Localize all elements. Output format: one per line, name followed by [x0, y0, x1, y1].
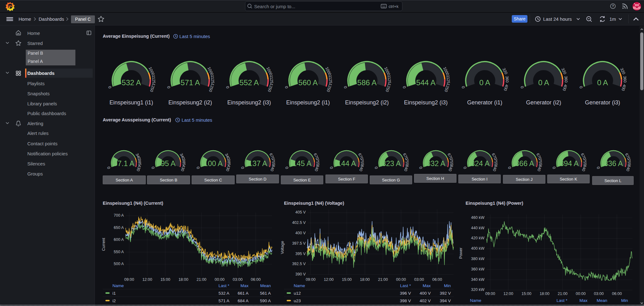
svg-text:402.5 V: 402.5 V — [292, 220, 306, 225]
svg-text:0: 0 — [343, 86, 348, 89]
svg-text:06:00: 06:00 — [251, 277, 260, 282]
svg-text:571 A: 571 A — [218, 298, 229, 303]
svg-text:661 A: 661 A — [237, 291, 248, 296]
svg-text:1125: 1125 — [387, 75, 392, 84]
svg-text:Generator (i3): Generator (i3) — [585, 99, 620, 106]
svg-text:360: 360 — [622, 76, 627, 83]
svg-text:Einspeisung2 (i2): Einspeisung2 (i2) — [168, 99, 212, 106]
svg-text:144 A: 144 A — [337, 159, 356, 168]
svg-text:360: 360 — [505, 76, 509, 83]
svg-text:0: 0 — [402, 86, 407, 89]
svg-text:06:00: 06:00 — [432, 277, 442, 282]
svg-text:0 A: 0 A — [538, 78, 549, 87]
svg-text:1125: 1125 — [446, 75, 451, 84]
svg-text:0: 0 — [461, 86, 466, 89]
svg-text:390 V: 390 V — [295, 272, 306, 276]
svg-text:18:00: 18:00 — [360, 277, 370, 282]
svg-text:00:00: 00:00 — [576, 292, 586, 296]
svg-text:?: ? — [612, 4, 614, 8]
svg-text:18:00: 18:00 — [178, 277, 188, 282]
svg-text:12:00: 12:00 — [503, 292, 513, 296]
svg-text:532 A: 532 A — [218, 291, 229, 296]
svg-text:i2: i2 — [112, 298, 116, 303]
svg-text:Name: Name — [112, 283, 124, 288]
svg-text:0: 0 — [579, 86, 583, 89]
svg-text:Generator (i2): Generator (i2) — [526, 99, 561, 106]
svg-text:586 A: 586 A — [357, 78, 376, 87]
svg-text:Generator (i1): Generator (i1) — [467, 99, 502, 106]
svg-text:Mean: Mean — [597, 298, 607, 303]
svg-text:0: 0 — [463, 166, 467, 170]
svg-text:Name: Name — [294, 283, 305, 288]
svg-text:0: 0 — [106, 166, 111, 170]
svg-text:0: 0 — [196, 166, 200, 170]
svg-text:0: 0 — [107, 86, 112, 89]
svg-text:0: 0 — [552, 166, 556, 170]
svg-text:400 V: 400 V — [295, 231, 306, 235]
svg-text:12:00: 12:00 — [142, 277, 152, 282]
svg-text:560 A: 560 A — [298, 78, 318, 87]
svg-text:684 A: 684 A — [237, 298, 248, 303]
svg-text:0: 0 — [240, 166, 245, 170]
svg-text:Einspeisung2 (i3): Einspeisung2 (i3) — [227, 99, 271, 106]
svg-text:0: 0 — [596, 166, 601, 170]
svg-text:0: 0 — [520, 86, 525, 89]
svg-text:00:00: 00:00 — [215, 277, 224, 282]
svg-text:09:00: 09:00 — [124, 277, 134, 282]
svg-text:09:00: 09:00 — [306, 277, 315, 282]
svg-text:Current: Current — [101, 238, 106, 251]
svg-text:394 V: 394 V — [440, 298, 451, 303]
svg-text:Einspeisung1 (i1): Einspeisung1 (i1) — [109, 99, 153, 106]
svg-text:396 V: 396 V — [400, 291, 411, 296]
svg-text:u12: u12 — [294, 291, 301, 296]
svg-text:392.5 V: 392.5 V — [292, 262, 306, 266]
svg-text:Mean: Mean — [260, 283, 271, 288]
svg-text:420 kW: 420 kW — [471, 236, 485, 240]
svg-text:21:00: 21:00 — [558, 292, 567, 296]
svg-text:320 kW: 320 kW — [471, 287, 485, 292]
svg-text:137 A: 137 A — [248, 159, 267, 168]
svg-text:0: 0 — [284, 86, 289, 89]
svg-text:Max: Max — [423, 283, 431, 288]
svg-text:Einspeisung2 (i3): Einspeisung2 (i3) — [404, 99, 448, 106]
svg-text:0: 0 — [225, 86, 230, 89]
svg-text:395 V: 395 V — [295, 252, 306, 256]
svg-text:u23: u23 — [294, 298, 301, 303]
svg-text:0: 0 — [151, 166, 156, 170]
svg-text:0 A: 0 A — [479, 78, 490, 87]
svg-text:18:00: 18:00 — [540, 292, 549, 296]
svg-text:95 A: 95 A — [161, 159, 176, 168]
svg-text:00:00: 00:00 — [396, 277, 406, 282]
svg-text:Min: Min — [444, 283, 451, 288]
svg-text:550 A: 550 A — [114, 250, 124, 254]
svg-text:402 V: 402 V — [420, 298, 431, 303]
svg-text:Max: Max — [579, 298, 587, 303]
svg-text:1125: 1125 — [210, 75, 215, 84]
svg-text:360: 360 — [564, 76, 568, 83]
svg-text:Last *: Last * — [218, 283, 229, 288]
svg-text:09:00: 09:00 — [485, 292, 495, 296]
svg-text:03:00: 03:00 — [414, 277, 424, 282]
svg-text:380 kW: 380 kW — [471, 257, 485, 261]
svg-text:400 kW: 400 kW — [471, 246, 485, 251]
svg-text:532 A: 532 A — [122, 78, 141, 87]
svg-text:0: 0 — [166, 86, 171, 89]
svg-text:0 A: 0 A — [597, 78, 608, 87]
svg-text:145 A: 145 A — [292, 159, 311, 168]
svg-text:398 V: 398 V — [400, 298, 411, 303]
svg-text:15:00: 15:00 — [161, 277, 170, 282]
svg-text:06:00: 06:00 — [612, 292, 622, 296]
svg-text:Max: Max — [240, 283, 248, 288]
svg-text:Einspeisung2 (i1): Einspeisung2 (i1) — [286, 99, 330, 106]
svg-text:0: 0 — [285, 166, 289, 170]
svg-text:12:00: 12:00 — [324, 277, 334, 282]
svg-text:590 A: 590 A — [260, 298, 271, 303]
svg-text:Einspeisung2 (i2): Einspeisung2 (i2) — [345, 99, 389, 106]
svg-text:600 A: 600 A — [114, 237, 124, 242]
svg-text:0: 0 — [374, 166, 379, 170]
svg-text:0: 0 — [418, 166, 423, 170]
svg-text:15:00: 15:00 — [342, 277, 352, 282]
svg-text:552 A: 552 A — [239, 78, 259, 87]
svg-text:392 V: 392 V — [440, 291, 451, 296]
svg-text:03:00: 03:00 — [594, 292, 603, 296]
